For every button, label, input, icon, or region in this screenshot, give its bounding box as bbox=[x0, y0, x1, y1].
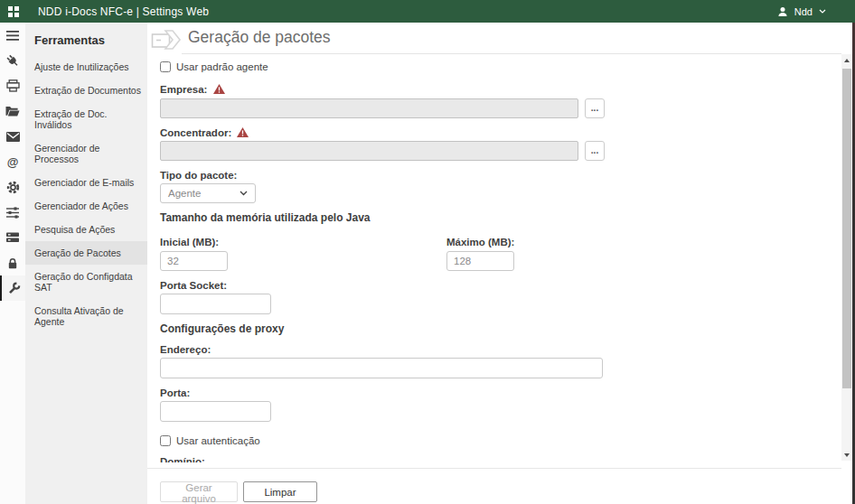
sidebar-item-gerenciador-emails[interactable]: Gerenciador de E-mails bbox=[25, 171, 147, 194]
footer-divider bbox=[147, 468, 841, 469]
icon-rail: @ bbox=[0, 23, 25, 504]
auth-row: Usar autenticação bbox=[160, 434, 841, 447]
sidebar-item-gerenciador-processos[interactable]: Gerenciador de Processos bbox=[25, 136, 147, 171]
memory-row: Inicial (MB): Máximo (MB): bbox=[160, 237, 841, 271]
chevron-down-icon bbox=[240, 191, 248, 196]
scroll-down-button[interactable] bbox=[841, 449, 852, 461]
page-title: Geração de pacotes bbox=[188, 28, 331, 46]
endereco-input[interactable] bbox=[160, 358, 603, 378]
warning-icon bbox=[213, 84, 225, 94]
tipo-pacote-select[interactable]: Agente bbox=[160, 183, 256, 203]
main-panel: Geração de pacotes Usar padrão agente Em… bbox=[147, 23, 841, 504]
inicial-input[interactable] bbox=[160, 251, 228, 271]
vertical-scrollbar[interactable] bbox=[841, 54, 852, 461]
printer-icon[interactable] bbox=[0, 73, 25, 98]
porta-socket-input[interactable] bbox=[160, 294, 271, 314]
auth-label: Usar autenticação bbox=[176, 435, 260, 446]
folder-open-icon[interactable] bbox=[0, 98, 25, 124]
use-agent-default-label: Usar padrão agente bbox=[176, 61, 268, 72]
mail-icon[interactable] bbox=[0, 124, 25, 149]
empresa-label: Empresa: bbox=[160, 84, 841, 96]
plug-icon[interactable] bbox=[0, 48, 25, 73]
java-memory-section-title: Tamanho da memória utilizada pelo Java bbox=[160, 212, 841, 224]
sidebar-item-geracao-configdata-sat[interactable]: Geração do Configdata SAT bbox=[25, 265, 147, 299]
user-menu[interactable]: Ndd bbox=[777, 6, 826, 17]
top-bar: NDD i-Docs NFC-e | Settings Web Ndd bbox=[0, 0, 855, 23]
lock-icon[interactable] bbox=[0, 250, 25, 275]
form-footer: Gerar arquivo Limpar bbox=[147, 462, 841, 504]
user-name: Ndd bbox=[794, 6, 813, 17]
empresa-input[interactable] bbox=[160, 98, 578, 118]
sidebar-item-consulta-ativacao-agente[interactable]: Consulta Ativação de Agente bbox=[25, 299, 147, 333]
inicial-label: Inicial (MB): bbox=[160, 237, 446, 248]
use-agent-default-row: Usar padrão agente bbox=[160, 61, 841, 73]
tipo-pacote-label: Tipo do pacote: bbox=[160, 170, 841, 182]
concentrador-input[interactable] bbox=[160, 141, 578, 161]
gear-icon[interactable] bbox=[0, 174, 25, 200]
empresa-row: ... bbox=[160, 98, 841, 118]
app-launcher-icon[interactable] bbox=[8, 6, 19, 17]
page-header: Geração de pacotes bbox=[147, 23, 841, 54]
endereco-label: Endereço: bbox=[160, 344, 841, 356]
sidebar-item-pesquisa-acoes[interactable]: Pesquisa de Ações bbox=[25, 218, 147, 241]
sidebar-item-geracao-pacotes[interactable]: Geração de Pacotes bbox=[25, 241, 147, 265]
sidebar-item-extracao-doc-invalidos[interactable]: Extração de Doc. Inválidos bbox=[25, 102, 147, 136]
sidebar: Ferramentas Ajuste de Inutilizações Extr… bbox=[25, 23, 147, 504]
package-form: Usar padrão agente Empresa: ... Concentr… bbox=[147, 54, 841, 485]
triangle-down-icon bbox=[844, 453, 850, 457]
porta-input[interactable] bbox=[160, 401, 271, 422]
porta-socket-label: Porta Socket: bbox=[160, 280, 841, 292]
sliders-icon[interactable] bbox=[0, 200, 25, 225]
clear-button[interactable]: Limpar bbox=[243, 481, 317, 502]
generate-file-button[interactable]: Gerar arquivo bbox=[160, 481, 238, 502]
wrench-icon[interactable] bbox=[0, 275, 25, 301]
concentrador-row: ... bbox=[160, 141, 841, 161]
app-window: NDD i-Docs NFC-e | Settings Web Ndd bbox=[0, 0, 855, 504]
server-icon[interactable] bbox=[0, 225, 25, 250]
at-sign-icon[interactable]: @ bbox=[0, 149, 25, 174]
porta-label: Porta: bbox=[160, 387, 841, 399]
sidebar-header: Ferramentas bbox=[25, 23, 147, 55]
package-icon bbox=[151, 27, 182, 52]
sidebar-item-gerenciador-acoes[interactable]: Gerenciador de Ações bbox=[25, 194, 147, 218]
concentrador-label: Concentrador: bbox=[160, 127, 841, 139]
scrollbar-thumb[interactable] bbox=[842, 69, 851, 388]
scroll-up-button[interactable] bbox=[841, 54, 852, 66]
empresa-browse-button[interactable]: ... bbox=[585, 98, 605, 118]
chevron-down-icon bbox=[819, 9, 826, 14]
sidebar-item-extracao-documentos[interactable]: Extração de Documentos bbox=[25, 79, 147, 102]
concentrador-browse-button[interactable]: ... bbox=[585, 141, 605, 161]
use-agent-default-checkbox[interactable] bbox=[160, 61, 171, 72]
user-icon bbox=[777, 6, 788, 17]
auth-checkbox[interactable] bbox=[160, 435, 171, 446]
warning-icon bbox=[237, 127, 249, 137]
menu-icon[interactable] bbox=[0, 23, 25, 48]
triangle-up-icon bbox=[844, 59, 850, 62]
app-title: NDD i-Docs NFC-e | Settings Web bbox=[38, 5, 209, 18]
tipo-pacote-value: Agente bbox=[168, 188, 201, 199]
sidebar-item-ajuste-inutilizacoes[interactable]: Ajuste de Inutilizações bbox=[25, 55, 147, 79]
maximo-input[interactable] bbox=[446, 251, 514, 271]
proxy-section-title: Configurações de proxy bbox=[160, 323, 841, 335]
maximo-label: Máximo (MB): bbox=[446, 237, 514, 248]
